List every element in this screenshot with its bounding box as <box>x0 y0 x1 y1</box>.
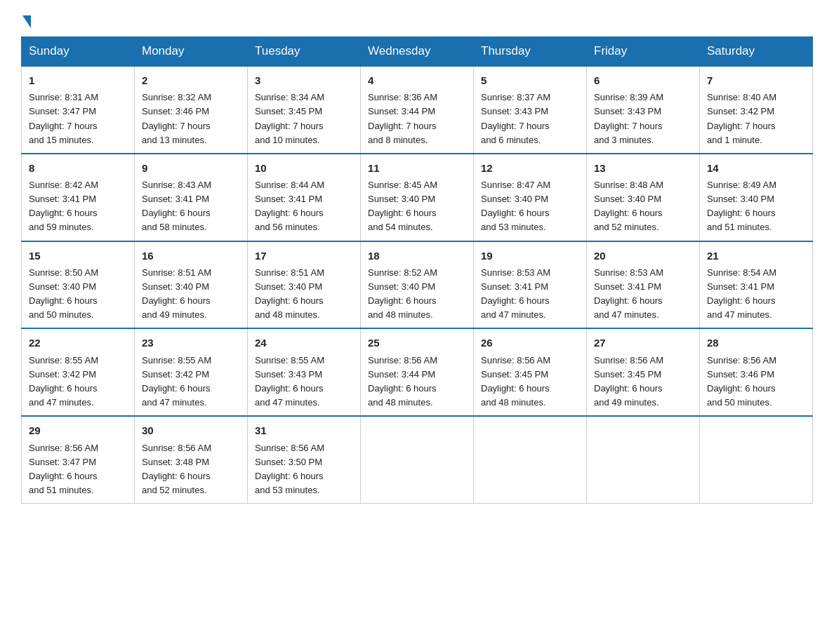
day-info: Sunrise: 8:43 AMSunset: 3:41 PMDaylight:… <box>142 180 211 232</box>
day-info: Sunrise: 8:56 AMSunset: 3:45 PMDaylight:… <box>481 355 550 408</box>
day-info: Sunrise: 8:55 AMSunset: 3:42 PMDaylight:… <box>29 355 98 408</box>
day-number: 17 <box>255 248 353 264</box>
day-info: Sunrise: 8:31 AMSunset: 3:47 PMDaylight:… <box>29 92 98 145</box>
day-info: Sunrise: 8:39 AMSunset: 3:43 PMDaylight:… <box>594 92 663 145</box>
calendar-day-cell: 29 Sunrise: 8:56 AMSunset: 3:47 PMDaylig… <box>22 416 135 503</box>
day-info: Sunrise: 8:48 AMSunset: 3:40 PMDaylight:… <box>594 180 663 232</box>
calendar-day-cell: 7 Sunrise: 8:40 AMSunset: 3:42 PMDayligh… <box>700 66 813 154</box>
day-info: Sunrise: 8:36 AMSunset: 3:44 PMDaylight:… <box>368 92 437 145</box>
calendar-day-cell: 24 Sunrise: 8:55 AMSunset: 3:43 PMDaylig… <box>248 328 361 416</box>
day-info: Sunrise: 8:51 AMSunset: 3:40 PMDaylight:… <box>142 267 211 320</box>
calendar-day-header: Thursday <box>474 37 587 67</box>
calendar-day-header: Tuesday <box>248 37 361 67</box>
calendar-day-cell: 2 Sunrise: 8:32 AMSunset: 3:46 PMDayligh… <box>135 66 248 154</box>
calendar-day-cell: 13 Sunrise: 8:48 AMSunset: 3:40 PMDaylig… <box>587 154 700 241</box>
day-number: 27 <box>594 335 692 351</box>
calendar-day-cell: 3 Sunrise: 8:34 AMSunset: 3:45 PMDayligh… <box>248 66 361 154</box>
calendar-header-row: SundayMondayTuesdayWednesdayThursdayFrid… <box>22 37 813 67</box>
day-number: 13 <box>594 160 692 176</box>
day-info: Sunrise: 8:44 AMSunset: 3:41 PMDaylight:… <box>255 180 324 232</box>
calendar-day-cell: 16 Sunrise: 8:51 AMSunset: 3:40 PMDaylig… <box>135 241 248 329</box>
calendar-day-cell: 4 Sunrise: 8:36 AMSunset: 3:44 PMDayligh… <box>361 66 474 154</box>
day-number: 4 <box>368 72 466 88</box>
calendar-day-cell <box>474 416 587 503</box>
calendar-day-cell: 21 Sunrise: 8:54 AMSunset: 3:41 PMDaylig… <box>700 241 813 329</box>
calendar-day-cell: 1 Sunrise: 8:31 AMSunset: 3:47 PMDayligh… <box>22 66 135 154</box>
day-number: 26 <box>481 335 579 351</box>
calendar-day-cell: 30 Sunrise: 8:56 AMSunset: 3:48 PMDaylig… <box>135 416 248 503</box>
calendar-day-cell: 25 Sunrise: 8:56 AMSunset: 3:44 PMDaylig… <box>361 328 474 416</box>
calendar-week-row: 1 Sunrise: 8:31 AMSunset: 3:47 PMDayligh… <box>22 66 813 154</box>
day-number: 30 <box>142 422 240 438</box>
calendar-day-header: Sunday <box>22 37 135 67</box>
calendar-day-cell: 26 Sunrise: 8:56 AMSunset: 3:45 PMDaylig… <box>474 328 587 416</box>
day-number: 24 <box>255 335 353 351</box>
calendar-day-cell: 14 Sunrise: 8:49 AMSunset: 3:40 PMDaylig… <box>700 154 813 241</box>
day-info: Sunrise: 8:56 AMSunset: 3:46 PMDaylight:… <box>707 355 776 408</box>
day-number: 19 <box>481 248 579 264</box>
calendar-day-cell: 6 Sunrise: 8:39 AMSunset: 3:43 PMDayligh… <box>587 66 700 154</box>
day-number: 18 <box>368 248 466 264</box>
calendar-day-header: Wednesday <box>361 37 474 67</box>
calendar-day-cell: 5 Sunrise: 8:37 AMSunset: 3:43 PMDayligh… <box>474 66 587 154</box>
calendar-week-row: 15 Sunrise: 8:50 AMSunset: 3:40 PMDaylig… <box>22 241 813 329</box>
day-number: 16 <box>142 248 240 264</box>
calendar-day-cell: 27 Sunrise: 8:56 AMSunset: 3:45 PMDaylig… <box>587 328 700 416</box>
day-info: Sunrise: 8:56 AMSunset: 3:48 PMDaylight:… <box>142 443 211 495</box>
day-info: Sunrise: 8:34 AMSunset: 3:45 PMDaylight:… <box>255 92 324 145</box>
calendar-day-header: Monday <box>135 37 248 67</box>
calendar-day-cell: 9 Sunrise: 8:43 AMSunset: 3:41 PMDayligh… <box>135 154 248 241</box>
day-info: Sunrise: 8:53 AMSunset: 3:41 PMDaylight:… <box>594 267 663 320</box>
calendar-day-cell: 19 Sunrise: 8:53 AMSunset: 3:41 PMDaylig… <box>474 241 587 329</box>
calendar-day-cell: 15 Sunrise: 8:50 AMSunset: 3:40 PMDaylig… <box>22 241 135 329</box>
logo <box>21 14 32 24</box>
day-info: Sunrise: 8:42 AMSunset: 3:41 PMDaylight:… <box>29 180 98 232</box>
day-info: Sunrise: 8:50 AMSunset: 3:40 PMDaylight:… <box>29 267 98 320</box>
day-number: 5 <box>481 72 579 88</box>
day-info: Sunrise: 8:54 AMSunset: 3:41 PMDaylight:… <box>707 267 776 320</box>
day-info: Sunrise: 8:53 AMSunset: 3:41 PMDaylight:… <box>481 267 550 320</box>
calendar-day-cell: 10 Sunrise: 8:44 AMSunset: 3:41 PMDaylig… <box>248 154 361 241</box>
day-number: 3 <box>255 72 353 88</box>
calendar-day-cell: 31 Sunrise: 8:56 AMSunset: 3:50 PMDaylig… <box>248 416 361 503</box>
calendar-day-header: Friday <box>587 37 700 67</box>
calendar-day-header: Saturday <box>700 37 813 67</box>
day-info: Sunrise: 8:56 AMSunset: 3:44 PMDaylight:… <box>368 355 437 408</box>
day-number: 12 <box>481 160 579 176</box>
calendar-day-cell <box>361 416 474 503</box>
day-info: Sunrise: 8:56 AMSunset: 3:45 PMDaylight:… <box>594 355 663 408</box>
day-info: Sunrise: 8:52 AMSunset: 3:40 PMDaylight:… <box>368 267 437 320</box>
calendar-day-cell: 12 Sunrise: 8:47 AMSunset: 3:40 PMDaylig… <box>474 154 587 241</box>
day-info: Sunrise: 8:55 AMSunset: 3:42 PMDaylight:… <box>142 355 211 408</box>
day-number: 22 <box>29 335 127 351</box>
day-info: Sunrise: 8:49 AMSunset: 3:40 PMDaylight:… <box>707 180 776 232</box>
day-number: 6 <box>594 72 692 88</box>
calendar-day-cell: 11 Sunrise: 8:45 AMSunset: 3:40 PMDaylig… <box>361 154 474 241</box>
calendar-table: SundayMondayTuesdayWednesdayThursdayFrid… <box>21 36 813 504</box>
calendar-day-cell: 17 Sunrise: 8:51 AMSunset: 3:40 PMDaylig… <box>248 241 361 329</box>
calendar-day-cell <box>700 416 813 503</box>
calendar-day-cell <box>587 416 700 503</box>
calendar-day-cell: 8 Sunrise: 8:42 AMSunset: 3:41 PMDayligh… <box>22 154 135 241</box>
day-info: Sunrise: 8:56 AMSunset: 3:47 PMDaylight:… <box>29 443 98 495</box>
day-number: 31 <box>255 422 353 438</box>
day-number: 15 <box>29 248 127 264</box>
calendar-day-cell: 22 Sunrise: 8:55 AMSunset: 3:42 PMDaylig… <box>22 328 135 416</box>
day-number: 8 <box>29 160 127 176</box>
day-info: Sunrise: 8:37 AMSunset: 3:43 PMDaylight:… <box>481 92 550 145</box>
day-info: Sunrise: 8:47 AMSunset: 3:40 PMDaylight:… <box>481 180 550 232</box>
day-number: 1 <box>29 72 127 88</box>
calendar-week-row: 29 Sunrise: 8:56 AMSunset: 3:47 PMDaylig… <box>22 416 813 503</box>
day-number: 10 <box>255 160 353 176</box>
day-info: Sunrise: 8:56 AMSunset: 3:50 PMDaylight:… <box>255 443 324 495</box>
calendar-day-cell: 23 Sunrise: 8:55 AMSunset: 3:42 PMDaylig… <box>135 328 248 416</box>
calendar-day-cell: 18 Sunrise: 8:52 AMSunset: 3:40 PMDaylig… <box>361 241 474 329</box>
day-info: Sunrise: 8:32 AMSunset: 3:46 PMDaylight:… <box>142 92 211 145</box>
day-info: Sunrise: 8:51 AMSunset: 3:40 PMDaylight:… <box>255 267 324 320</box>
day-number: 14 <box>707 160 805 176</box>
day-info: Sunrise: 8:40 AMSunset: 3:42 PMDaylight:… <box>707 92 776 145</box>
logo-triangle-icon <box>22 15 31 28</box>
day-number: 29 <box>29 422 127 438</box>
calendar-week-row: 22 Sunrise: 8:55 AMSunset: 3:42 PMDaylig… <box>22 328 813 416</box>
day-number: 2 <box>142 72 240 88</box>
